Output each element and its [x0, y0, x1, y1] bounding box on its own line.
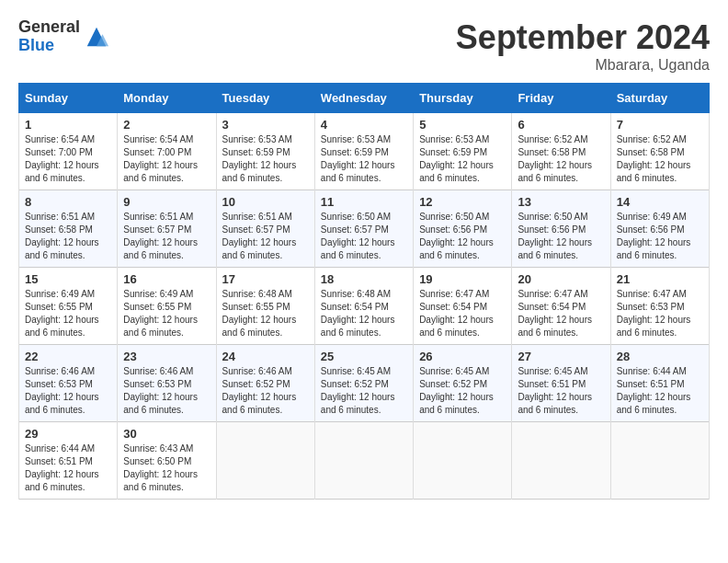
day-info: Sunrise: 6:49 AMSunset: 6:55 PMDaylight:…	[25, 288, 111, 339]
day-info: Sunrise: 6:45 AMSunset: 6:51 PMDaylight:…	[518, 365, 604, 417]
table-row: 13Sunrise: 6:50 AMSunset: 6:56 PMDayligh…	[512, 190, 610, 268]
day-info: Sunrise: 6:51 AMSunset: 6:57 PMDaylight:…	[123, 211, 210, 262]
day-number: 9	[123, 195, 210, 209]
calendar-week-row: 22Sunrise: 6:46 AMSunset: 6:53 PMDayligh…	[19, 345, 710, 422]
table-row: 20Sunrise: 6:47 AMSunset: 6:54 PMDayligh…	[512, 268, 610, 345]
table-row	[512, 422, 610, 500]
day-info: Sunrise: 6:53 AMSunset: 6:59 PMDaylight:…	[222, 133, 309, 185]
day-number: 24	[222, 350, 309, 363]
calendar-week-row: 1Sunrise: 6:54 AMSunset: 7:00 PMDaylight…	[19, 113, 710, 190]
location: Mbarara, Uganda	[456, 57, 710, 74]
day-number: 28	[617, 350, 703, 363]
day-info: Sunrise: 6:51 AMSunset: 6:58 PMDaylight:…	[25, 211, 111, 262]
table-row: 17Sunrise: 6:48 AMSunset: 6:55 PMDayligh…	[216, 268, 314, 345]
day-info: Sunrise: 6:46 AMSunset: 6:53 PMDaylight:…	[123, 365, 210, 417]
day-number: 20	[518, 272, 604, 286]
logo-blue: Blue	[18, 37, 80, 55]
table-row: 10Sunrise: 6:51 AMSunset: 6:57 PMDayligh…	[216, 190, 314, 268]
day-number: 12	[419, 195, 506, 209]
table-row: 27Sunrise: 6:45 AMSunset: 6:51 PMDayligh…	[512, 345, 610, 422]
table-row: 22Sunrise: 6:46 AMSunset: 6:53 PMDayligh…	[19, 345, 118, 422]
day-info: Sunrise: 6:53 AMSunset: 6:59 PMDaylight:…	[321, 133, 407, 185]
logo-text: General Blue	[18, 18, 80, 55]
table-row: 16Sunrise: 6:49 AMSunset: 6:55 PMDayligh…	[118, 268, 216, 345]
table-row: 6Sunrise: 6:52 AMSunset: 6:58 PMDaylight…	[512, 113, 610, 190]
day-number: 23	[123, 350, 210, 363]
table-row: 15Sunrise: 6:49 AMSunset: 6:55 PMDayligh…	[19, 268, 118, 345]
logo-general: General	[18, 18, 80, 37]
table-row: 7Sunrise: 6:52 AMSunset: 6:58 PMDaylight…	[610, 113, 709, 190]
day-number: 29	[25, 427, 111, 441]
header-monday: Monday	[118, 84, 216, 113]
day-number: 16	[123, 272, 210, 286]
day-number: 25	[321, 350, 407, 363]
header-thursday: Thursday	[414, 84, 512, 113]
day-number: 4	[321, 118, 407, 132]
table-row: 21Sunrise: 6:47 AMSunset: 6:53 PMDayligh…	[610, 268, 709, 345]
table-row: 8Sunrise: 6:51 AMSunset: 6:58 PMDaylight…	[19, 190, 118, 268]
day-info: Sunrise: 6:45 AMSunset: 6:52 PMDaylight:…	[419, 365, 506, 417]
day-number: 19	[419, 272, 506, 286]
table-row: 26Sunrise: 6:45 AMSunset: 6:52 PMDayligh…	[414, 345, 512, 422]
page-header: General Blue September 2024 Mbarara, Uga…	[18, 18, 710, 74]
day-number: 13	[518, 195, 604, 209]
table-row: 19Sunrise: 6:47 AMSunset: 6:54 PMDayligh…	[414, 268, 512, 345]
table-row: 24Sunrise: 6:46 AMSunset: 6:52 PMDayligh…	[216, 345, 314, 422]
day-number: 18	[321, 272, 407, 286]
table-row: 1Sunrise: 6:54 AMSunset: 7:00 PMDaylight…	[19, 113, 118, 190]
day-info: Sunrise: 6:44 AMSunset: 6:51 PMDaylight:…	[25, 442, 111, 494]
day-number: 21	[617, 272, 703, 286]
day-info: Sunrise: 6:51 AMSunset: 6:57 PMDaylight:…	[222, 211, 309, 262]
logo: General Blue	[18, 18, 109, 55]
day-number: 30	[123, 427, 210, 441]
logo-icon	[84, 24, 109, 50]
table-row	[610, 422, 709, 500]
day-info: Sunrise: 6:52 AMSunset: 6:58 PMDaylight:…	[617, 133, 703, 185]
header-sunday: Sunday	[19, 84, 118, 113]
day-number: 10	[222, 195, 309, 209]
table-row: 18Sunrise: 6:48 AMSunset: 6:54 PMDayligh…	[314, 268, 413, 345]
header-wednesday: Wednesday	[314, 84, 413, 113]
day-number: 7	[617, 118, 703, 132]
table-row: 23Sunrise: 6:46 AMSunset: 6:53 PMDayligh…	[118, 345, 216, 422]
day-info: Sunrise: 6:49 AMSunset: 6:56 PMDaylight:…	[617, 211, 703, 262]
table-row: 28Sunrise: 6:44 AMSunset: 6:51 PMDayligh…	[610, 345, 709, 422]
month-title: September 2024	[456, 18, 710, 57]
day-number: 1	[25, 118, 111, 132]
table-row	[314, 422, 413, 500]
day-info: Sunrise: 6:50 AMSunset: 6:57 PMDaylight:…	[321, 211, 407, 262]
header-tuesday: Tuesday	[216, 84, 314, 113]
table-row: 30Sunrise: 6:43 AMSunset: 6:50 PMDayligh…	[118, 422, 216, 500]
day-info: Sunrise: 6:43 AMSunset: 6:50 PMDaylight:…	[123, 442, 210, 494]
table-row: 14Sunrise: 6:49 AMSunset: 6:56 PMDayligh…	[610, 190, 709, 268]
day-info: Sunrise: 6:47 AMSunset: 6:54 PMDaylight:…	[419, 288, 506, 339]
table-row: 25Sunrise: 6:45 AMSunset: 6:52 PMDayligh…	[314, 345, 413, 422]
table-row: 2Sunrise: 6:54 AMSunset: 7:00 PMDaylight…	[118, 113, 216, 190]
day-number: 3	[222, 118, 309, 132]
calendar-week-row: 8Sunrise: 6:51 AMSunset: 6:58 PMDaylight…	[19, 190, 710, 268]
day-number: 6	[518, 118, 604, 132]
day-number: 17	[222, 272, 309, 286]
day-info: Sunrise: 6:48 AMSunset: 6:54 PMDaylight:…	[321, 288, 407, 339]
table-row: 5Sunrise: 6:53 AMSunset: 6:59 PMDaylight…	[414, 113, 512, 190]
day-info: Sunrise: 6:46 AMSunset: 6:52 PMDaylight:…	[222, 365, 309, 417]
day-number: 11	[321, 195, 407, 209]
day-number: 14	[617, 195, 703, 209]
table-row: 4Sunrise: 6:53 AMSunset: 6:59 PMDaylight…	[314, 113, 413, 190]
day-info: Sunrise: 6:50 AMSunset: 6:56 PMDaylight:…	[419, 211, 506, 262]
header-saturday: Saturday	[610, 84, 709, 113]
day-number: 2	[123, 118, 210, 132]
day-number: 22	[25, 350, 111, 363]
day-info: Sunrise: 6:49 AMSunset: 6:55 PMDaylight:…	[123, 288, 210, 339]
table-row: 9Sunrise: 6:51 AMSunset: 6:57 PMDaylight…	[118, 190, 216, 268]
day-info: Sunrise: 6:46 AMSunset: 6:53 PMDaylight:…	[25, 365, 111, 417]
table-row: 3Sunrise: 6:53 AMSunset: 6:59 PMDaylight…	[216, 113, 314, 190]
day-number: 8	[25, 195, 111, 209]
day-info: Sunrise: 6:47 AMSunset: 6:54 PMDaylight:…	[518, 288, 604, 339]
day-info: Sunrise: 6:48 AMSunset: 6:55 PMDaylight:…	[222, 288, 309, 339]
table-row: 11Sunrise: 6:50 AMSunset: 6:57 PMDayligh…	[314, 190, 413, 268]
header-friday: Friday	[512, 84, 610, 113]
table-row	[414, 422, 512, 500]
day-info: Sunrise: 6:54 AMSunset: 7:00 PMDaylight:…	[123, 133, 210, 185]
day-info: Sunrise: 6:54 AMSunset: 7:00 PMDaylight:…	[25, 133, 111, 185]
